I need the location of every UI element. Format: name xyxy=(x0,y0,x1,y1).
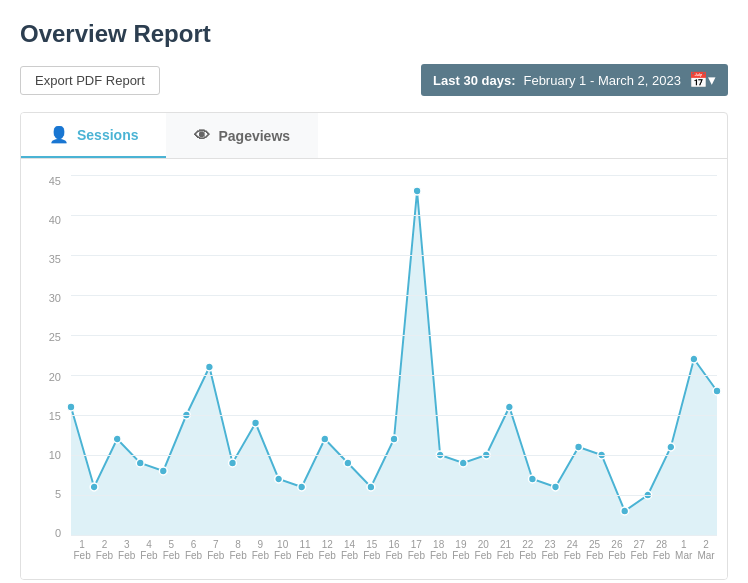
x-axis-label: 12 Feb xyxy=(316,539,338,561)
y-axis-label: 15 xyxy=(31,410,61,422)
calendar-icon: 📅▾ xyxy=(689,71,716,89)
x-axis-label: 19 Feb xyxy=(450,539,472,561)
grid-line xyxy=(71,175,717,176)
x-axis-label: 24 Feb xyxy=(561,539,583,561)
x-axis-label: 5 Feb xyxy=(160,539,182,561)
page-title: Overview Report xyxy=(20,20,728,48)
tab-pageviews[interactable]: 👁 Pageviews xyxy=(166,113,318,158)
y-axis-label: 20 xyxy=(31,371,61,383)
y-axis-label: 40 xyxy=(31,214,61,226)
grid-line xyxy=(71,375,717,376)
x-axis-label: 11 Feb xyxy=(294,539,316,561)
grid-line xyxy=(71,255,717,256)
pageviews-icon: 👁 xyxy=(194,127,210,145)
x-axis-label: 2 Feb xyxy=(93,539,115,561)
grid-lines xyxy=(71,175,717,535)
x-axis-label: 27 Feb xyxy=(628,539,650,561)
grid-line xyxy=(71,415,717,416)
tab-sessions[interactable]: 👤 Sessions xyxy=(21,113,166,158)
y-axis-label: 45 xyxy=(31,175,61,187)
y-axis-label: 5 xyxy=(31,488,61,500)
grid-line xyxy=(71,455,717,456)
x-axis-label: 3 Feb xyxy=(116,539,138,561)
x-axis-label: 26 Feb xyxy=(606,539,628,561)
x-axis-label: 10 Feb xyxy=(272,539,294,561)
x-axis-label: 8 Feb xyxy=(227,539,249,561)
y-axis-label: 25 xyxy=(31,331,61,343)
grid-line xyxy=(71,535,717,536)
y-axis-label: 10 xyxy=(31,449,61,461)
x-axis-label: 18 Feb xyxy=(428,539,450,561)
x-axis-label: 28 Feb xyxy=(650,539,672,561)
x-axis-label: 20 Feb xyxy=(472,539,494,561)
date-range-prefix: Last 30 days: xyxy=(433,73,515,88)
tab-pageviews-label: Pageviews xyxy=(218,128,290,144)
sessions-icon: 👤 xyxy=(49,125,69,144)
x-axis-label: 2 Mar xyxy=(695,539,717,561)
y-axis-label: 30 xyxy=(31,292,61,304)
date-range-value: February 1 - March 2, 2023 xyxy=(523,73,681,88)
x-axis-label: 14 Feb xyxy=(338,539,360,561)
x-axis-label: 25 Feb xyxy=(583,539,605,561)
export-pdf-button[interactable]: Export PDF Report xyxy=(20,66,160,95)
y-axis-label: 0 xyxy=(31,527,61,539)
x-axis-labels: 1 Feb2 Feb3 Feb4 Feb5 Feb6 Feb7 Feb8 Feb… xyxy=(71,535,717,565)
chart-tabs: 👤 Sessions 👁 Pageviews xyxy=(21,113,727,159)
x-axis-label: 6 Feb xyxy=(182,539,204,561)
x-axis-label: 23 Feb xyxy=(539,539,561,561)
x-axis-label: 21 Feb xyxy=(494,539,516,561)
x-axis-label: 16 Feb xyxy=(383,539,405,561)
date-range-button[interactable]: Last 30 days: February 1 - March 2, 2023… xyxy=(421,64,728,96)
grid-line xyxy=(71,495,717,496)
grid-line xyxy=(71,335,717,336)
x-axis-label: 9 Feb xyxy=(249,539,271,561)
x-axis-label: 15 Feb xyxy=(361,539,383,561)
x-axis-label: 17 Feb xyxy=(405,539,427,561)
toolbar: Export PDF Report Last 30 days: February… xyxy=(20,64,728,96)
chart-container: 👤 Sessions 👁 Pageviews 05101520253035404… xyxy=(20,112,728,580)
y-axis-label: 35 xyxy=(31,253,61,265)
x-axis-label: 1 Mar xyxy=(673,539,695,561)
y-axis: 051015202530354045 xyxy=(31,175,61,539)
x-axis-label: 7 Feb xyxy=(205,539,227,561)
chart-area: 051015202530354045 1 Feb2 Feb3 Feb4 Feb5… xyxy=(21,159,727,579)
grid-line xyxy=(71,295,717,296)
x-axis-label: 22 Feb xyxy=(517,539,539,561)
x-axis-label: 1 Feb xyxy=(71,539,93,561)
tab-sessions-label: Sessions xyxy=(77,127,138,143)
chart-inner xyxy=(71,175,717,535)
grid-line xyxy=(71,215,717,216)
x-axis-label: 4 Feb xyxy=(138,539,160,561)
